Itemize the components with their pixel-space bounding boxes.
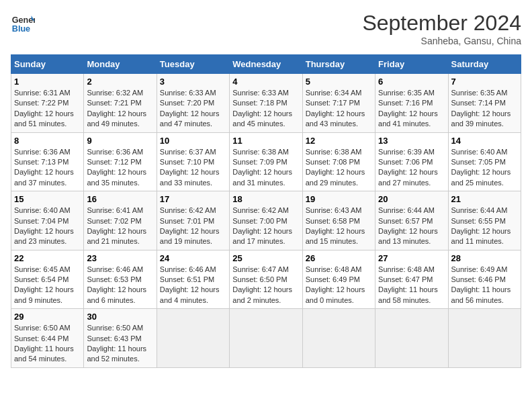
day-number: 22 bbox=[14, 253, 81, 263]
col-wednesday: Wednesday bbox=[230, 55, 302, 74]
day-number: 23 bbox=[87, 253, 153, 263]
svg-text:Blue: Blue bbox=[12, 24, 30, 34]
col-tuesday: Tuesday bbox=[157, 55, 229, 74]
day-number: 29 bbox=[14, 312, 81, 322]
day-info: Sunrise: 6:46 AMSunset: 6:53 PMDaylight:… bbox=[87, 265, 153, 306]
calendar-cell: 30 Sunrise: 6:50 AMSunset: 6:43 PMDaylig… bbox=[84, 309, 157, 368]
day-info: Sunrise: 6:42 AMSunset: 7:00 PMDaylight:… bbox=[232, 205, 299, 247]
calendar-cell: 28 Sunrise: 6:49 AMSunset: 6:46 PMDaylig… bbox=[448, 250, 521, 309]
day-number: 18 bbox=[232, 194, 299, 204]
day-number: 20 bbox=[378, 194, 445, 204]
calendar-week-3: 15 Sunrise: 6:40 AMSunset: 7:04 PMDaylig… bbox=[11, 191, 521, 250]
calendar-cell: 29 Sunrise: 6:50 AMSunset: 6:44 PMDaylig… bbox=[11, 309, 84, 368]
day-info: Sunrise: 6:42 AMSunset: 7:01 PMDaylight:… bbox=[160, 205, 226, 247]
calendar-cell: 5 Sunrise: 6:34 AMSunset: 7:17 PMDayligh… bbox=[302, 74, 375, 133]
header-row: Sunday Monday Tuesday Wednesday Thursday… bbox=[11, 55, 521, 74]
day-info: Sunrise: 6:35 AMSunset: 7:14 PMDaylight:… bbox=[451, 88, 518, 130]
calendar-body: 1 Sunrise: 6:31 AMSunset: 7:22 PMDayligh… bbox=[11, 74, 521, 368]
day-number: 19 bbox=[306, 194, 372, 204]
day-number: 11 bbox=[232, 136, 299, 146]
calendar-week-4: 22 Sunrise: 6:45 AMSunset: 6:54 PMDaylig… bbox=[11, 250, 521, 309]
day-number: 5 bbox=[306, 77, 372, 87]
day-number: 7 bbox=[451, 77, 518, 87]
calendar-cell bbox=[375, 309, 448, 368]
day-number: 25 bbox=[232, 253, 299, 263]
day-info: Sunrise: 6:43 AMSunset: 6:58 PMDaylight:… bbox=[306, 205, 372, 247]
day-number: 6 bbox=[378, 77, 445, 87]
day-info: Sunrise: 6:44 AMSunset: 6:55 PMDaylight:… bbox=[451, 205, 518, 247]
calendar-cell: 21 Sunrise: 6:44 AMSunset: 6:55 PMDaylig… bbox=[448, 191, 521, 250]
calendar-cell: 18 Sunrise: 6:42 AMSunset: 7:00 PMDaylig… bbox=[230, 191, 302, 250]
calendar-cell: 15 Sunrise: 6:40 AMSunset: 7:04 PMDaylig… bbox=[11, 191, 84, 250]
day-number: 9 bbox=[87, 136, 153, 146]
day-info: Sunrise: 6:32 AMSunset: 7:21 PMDaylight:… bbox=[87, 88, 153, 130]
calendar-cell: 22 Sunrise: 6:45 AMSunset: 6:54 PMDaylig… bbox=[11, 250, 84, 309]
calendar-cell: 8 Sunrise: 6:36 AMSunset: 7:13 PMDayligh… bbox=[11, 132, 84, 191]
day-info: Sunrise: 6:46 AMSunset: 6:51 PMDaylight:… bbox=[160, 265, 226, 306]
calendar-table: Sunday Monday Tuesday Wednesday Thursday… bbox=[11, 54, 521, 368]
day-number: 27 bbox=[378, 253, 445, 263]
calendar-cell: 24 Sunrise: 6:46 AMSunset: 6:51 PMDaylig… bbox=[157, 250, 229, 309]
calendar-cell: 16 Sunrise: 6:41 AMSunset: 7:02 PMDaylig… bbox=[84, 191, 157, 250]
col-monday: Monday bbox=[84, 55, 157, 74]
day-info: Sunrise: 6:40 AMSunset: 7:04 PMDaylight:… bbox=[14, 205, 81, 247]
day-number: 15 bbox=[14, 194, 81, 204]
day-number: 2 bbox=[87, 77, 153, 87]
day-info: Sunrise: 6:47 AMSunset: 6:50 PMDaylight:… bbox=[232, 265, 299, 306]
day-info: Sunrise: 6:41 AMSunset: 7:02 PMDaylight:… bbox=[87, 205, 153, 247]
calendar-cell: 13 Sunrise: 6:39 AMSunset: 7:06 PMDaylig… bbox=[375, 132, 448, 191]
page-header: General Blue September 2024 Sanheba, Gan… bbox=[11, 11, 521, 46]
calendar-week-2: 8 Sunrise: 6:36 AMSunset: 7:13 PMDayligh… bbox=[11, 132, 521, 191]
calendar-cell: 9 Sunrise: 6:36 AMSunset: 7:12 PMDayligh… bbox=[84, 132, 157, 191]
calendar-cell: 4 Sunrise: 6:33 AMSunset: 7:18 PMDayligh… bbox=[230, 74, 302, 133]
day-info: Sunrise: 6:48 AMSunset: 6:47 PMDaylight:… bbox=[378, 265, 445, 306]
calendar-cell bbox=[157, 309, 229, 368]
calendar-cell: 6 Sunrise: 6:35 AMSunset: 7:16 PMDayligh… bbox=[375, 74, 448, 133]
day-number: 4 bbox=[232, 77, 299, 87]
col-sunday: Sunday bbox=[11, 55, 84, 74]
day-number: 16 bbox=[87, 194, 153, 204]
day-info: Sunrise: 6:38 AMSunset: 7:09 PMDaylight:… bbox=[232, 147, 299, 189]
col-friday: Friday bbox=[375, 55, 448, 74]
calendar-cell: 1 Sunrise: 6:31 AMSunset: 7:22 PMDayligh… bbox=[11, 74, 84, 133]
day-info: Sunrise: 6:36 AMSunset: 7:13 PMDaylight:… bbox=[14, 147, 81, 189]
day-number: 1 bbox=[14, 77, 81, 87]
calendar-cell: 3 Sunrise: 6:33 AMSunset: 7:20 PMDayligh… bbox=[157, 74, 229, 133]
day-info: Sunrise: 6:48 AMSunset: 6:49 PMDaylight:… bbox=[306, 265, 372, 306]
logo: General Blue bbox=[11, 11, 35, 35]
location: Sanheba, Gansu, China bbox=[362, 36, 521, 46]
day-info: Sunrise: 6:49 AMSunset: 6:46 PMDaylight:… bbox=[451, 265, 518, 306]
day-number: 26 bbox=[306, 253, 372, 263]
day-number: 30 bbox=[87, 312, 153, 322]
day-number: 21 bbox=[451, 194, 518, 204]
calendar-cell bbox=[448, 309, 521, 368]
day-number: 28 bbox=[451, 253, 518, 263]
day-info: Sunrise: 6:37 AMSunset: 7:10 PMDaylight:… bbox=[160, 147, 226, 189]
col-saturday: Saturday bbox=[448, 55, 521, 74]
col-thursday: Thursday bbox=[302, 55, 375, 74]
day-info: Sunrise: 6:50 AMSunset: 6:43 PMDaylight:… bbox=[87, 323, 153, 365]
day-info: Sunrise: 6:33 AMSunset: 7:18 PMDaylight:… bbox=[232, 88, 299, 130]
day-info: Sunrise: 6:34 AMSunset: 7:17 PMDaylight:… bbox=[306, 88, 372, 130]
day-number: 3 bbox=[160, 77, 226, 87]
day-info: Sunrise: 6:36 AMSunset: 7:12 PMDaylight:… bbox=[87, 147, 153, 189]
calendar-cell: 25 Sunrise: 6:47 AMSunset: 6:50 PMDaylig… bbox=[230, 250, 302, 309]
day-number: 12 bbox=[306, 136, 372, 146]
calendar-cell: 2 Sunrise: 6:32 AMSunset: 7:21 PMDayligh… bbox=[84, 74, 157, 133]
calendar-week-5: 29 Sunrise: 6:50 AMSunset: 6:44 PMDaylig… bbox=[11, 309, 521, 368]
calendar-cell: 10 Sunrise: 6:37 AMSunset: 7:10 PMDaylig… bbox=[157, 132, 229, 191]
day-number: 14 bbox=[451, 136, 518, 146]
day-info: Sunrise: 6:50 AMSunset: 6:44 PMDaylight:… bbox=[14, 323, 81, 365]
day-info: Sunrise: 6:39 AMSunset: 7:06 PMDaylight:… bbox=[378, 147, 445, 189]
day-info: Sunrise: 6:33 AMSunset: 7:20 PMDaylight:… bbox=[160, 88, 226, 130]
calendar-cell: 11 Sunrise: 6:38 AMSunset: 7:09 PMDaylig… bbox=[230, 132, 302, 191]
day-info: Sunrise: 6:35 AMSunset: 7:16 PMDaylight:… bbox=[378, 88, 445, 130]
calendar-cell: 23 Sunrise: 6:46 AMSunset: 6:53 PMDaylig… bbox=[84, 250, 157, 309]
calendar-cell: 7 Sunrise: 6:35 AMSunset: 7:14 PMDayligh… bbox=[448, 74, 521, 133]
calendar-cell: 26 Sunrise: 6:48 AMSunset: 6:49 PMDaylig… bbox=[302, 250, 375, 309]
logo-icon: General Blue bbox=[11, 11, 35, 35]
day-number: 8 bbox=[14, 136, 81, 146]
day-info: Sunrise: 6:40 AMSunset: 7:05 PMDaylight:… bbox=[451, 147, 518, 189]
calendar-cell: 12 Sunrise: 6:38 AMSunset: 7:08 PMDaylig… bbox=[302, 132, 375, 191]
day-info: Sunrise: 6:45 AMSunset: 6:54 PMDaylight:… bbox=[14, 265, 81, 306]
